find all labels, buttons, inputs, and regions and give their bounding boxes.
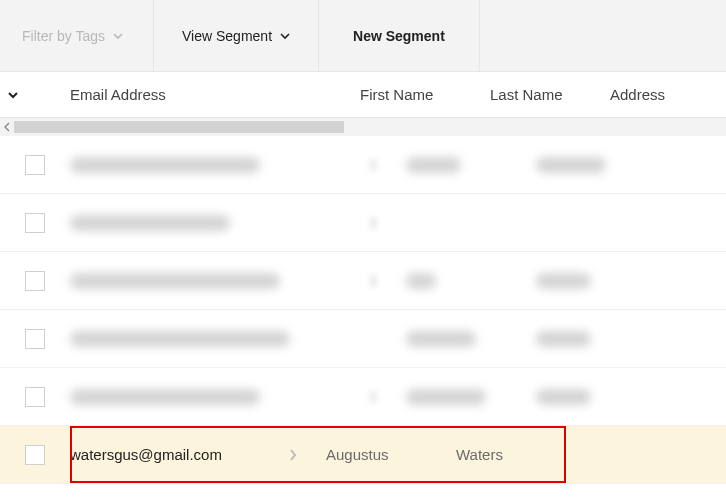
redacted-email — [70, 331, 290, 347]
view-segment-label: View Segment — [182, 28, 272, 44]
horizontal-scrollbar[interactable] — [0, 118, 726, 136]
redacted-last-name — [536, 331, 591, 347]
table-row[interactable] — [0, 252, 726, 310]
table-row[interactable] — [0, 368, 726, 426]
row-checkbox[interactable] — [25, 271, 45, 291]
row-checkbox[interactable] — [25, 387, 45, 407]
last-name-cell: Waters — [456, 446, 503, 463]
column-header-first-name[interactable]: First Name — [360, 86, 490, 103]
column-header-email[interactable]: Email Address — [70, 86, 360, 103]
redacted-first-name — [406, 389, 486, 405]
table-row[interactable] — [0, 310, 726, 368]
table-row[interactable] — [0, 194, 726, 252]
new-segment-label: New Segment — [353, 28, 445, 44]
row-checkbox[interactable] — [25, 155, 45, 175]
table-row[interactable] — [0, 136, 726, 194]
scrollbar-thumb[interactable] — [14, 121, 344, 133]
chevron-right-icon — [360, 275, 386, 287]
chevron-down-icon — [280, 31, 290, 41]
row-checkbox[interactable] — [25, 329, 45, 349]
toolbar: Filter by Tags View Segment New Segment — [0, 0, 726, 72]
view-segment-button[interactable]: View Segment — [154, 0, 319, 71]
redacted-last-name — [536, 157, 606, 173]
redacted-email — [70, 273, 280, 289]
scroll-left-icon[interactable] — [0, 118, 14, 136]
redacted-first-name — [406, 157, 461, 173]
redacted-email — [70, 157, 260, 173]
redacted-email — [70, 215, 230, 231]
filter-by-tags-button[interactable]: Filter by Tags — [0, 0, 154, 71]
expand-columns-toggle[interactable] — [2, 84, 24, 106]
toolbar-spacer — [480, 0, 726, 71]
redacted-last-name — [536, 273, 591, 289]
column-header-row: Email Address First Name Last Name Addre… — [0, 72, 726, 118]
new-segment-button[interactable]: New Segment — [319, 0, 480, 71]
first-name-cell: Augustus — [326, 446, 389, 463]
chevron-right-icon[interactable] — [280, 449, 306, 461]
filter-label: Filter by Tags — [22, 28, 105, 44]
chevron-right-icon — [360, 391, 386, 403]
column-header-last-name[interactable]: Last Name — [490, 86, 610, 103]
chevron-down-icon — [113, 31, 123, 41]
email-cell[interactable]: watersgus@gmail.com — [70, 446, 222, 463]
table-body: watersgus@gmail.com Augustus Waters — [0, 136, 726, 484]
column-header-address[interactable]: Address — [610, 86, 726, 103]
redacted-last-name — [536, 389, 591, 405]
redacted-email — [70, 389, 260, 405]
row-checkbox[interactable] — [25, 445, 45, 465]
chevron-right-icon — [360, 217, 386, 229]
redacted-first-name — [406, 273, 436, 289]
table-row[interactable]: watersgus@gmail.com Augustus Waters — [0, 426, 726, 484]
redacted-first-name — [406, 331, 476, 347]
row-checkbox[interactable] — [25, 213, 45, 233]
chevron-right-icon — [360, 159, 386, 171]
